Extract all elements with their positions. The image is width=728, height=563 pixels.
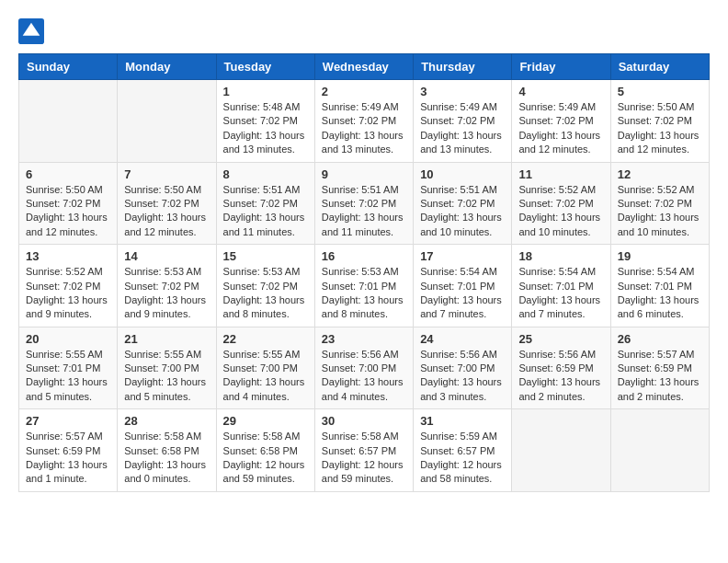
- day-info: Sunrise: 5:58 AMSunset: 6:58 PMDaylight:…: [223, 430, 308, 487]
- day-number: 7: [124, 167, 209, 181]
- day-number: 24: [420, 332, 505, 346]
- calendar-header-row: SundayMondayTuesdayWednesdayThursdayFrid…: [19, 54, 710, 80]
- calendar-table: SundayMondayTuesdayWednesdayThursdayFrid…: [18, 53, 710, 492]
- day-of-week-header: Friday: [512, 54, 610, 80]
- day-number: 21: [124, 332, 209, 346]
- logo-icon: [18, 18, 44, 44]
- day-number: 27: [26, 414, 110, 428]
- day-number: 22: [223, 332, 308, 346]
- day-of-week-header: Monday: [118, 54, 216, 80]
- calendar-week-row: 20Sunrise: 5:55 AMSunset: 7:01 PMDayligh…: [19, 327, 710, 409]
- day-info: Sunrise: 5:53 AMSunset: 7:01 PMDaylight:…: [322, 265, 406, 322]
- calendar-cell: [118, 80, 216, 163]
- day-info: Sunrise: 5:51 AMSunset: 7:02 PMDaylight:…: [223, 183, 308, 240]
- calendar-cell: 30Sunrise: 5:58 AMSunset: 6:57 PMDayligh…: [314, 409, 413, 492]
- day-info: Sunrise: 5:52 AMSunset: 7:02 PMDaylight:…: [26, 265, 110, 322]
- day-info: Sunrise: 5:49 AMSunset: 7:02 PMDaylight:…: [420, 100, 505, 157]
- day-number: 30: [322, 414, 406, 428]
- day-number: 28: [124, 414, 209, 428]
- day-number: 12: [618, 167, 702, 181]
- day-number: 20: [26, 332, 110, 346]
- calendar-cell: 8Sunrise: 5:51 AMSunset: 7:02 PMDaylight…: [216, 162, 314, 245]
- calendar-cell: 22Sunrise: 5:55 AMSunset: 7:00 PMDayligh…: [216, 327, 314, 409]
- calendar-cell: [19, 80, 118, 163]
- day-info: Sunrise: 5:50 AMSunset: 7:02 PMDaylight:…: [124, 183, 209, 240]
- day-number: 8: [223, 167, 308, 181]
- calendar-cell: 26Sunrise: 5:57 AMSunset: 6:59 PMDayligh…: [610, 327, 709, 409]
- day-of-week-header: Wednesday: [314, 54, 413, 80]
- calendar-cell: 18Sunrise: 5:54 AMSunset: 7:01 PMDayligh…: [512, 245, 610, 327]
- day-info: Sunrise: 5:53 AMSunset: 7:02 PMDaylight:…: [223, 265, 308, 322]
- calendar-cell: 14Sunrise: 5:53 AMSunset: 7:02 PMDayligh…: [118, 245, 216, 327]
- calendar-cell: 24Sunrise: 5:56 AMSunset: 7:00 PMDayligh…: [414, 327, 512, 409]
- day-number: 3: [420, 85, 505, 98]
- calendar-cell: 3Sunrise: 5:49 AMSunset: 7:02 PMDaylight…: [414, 80, 512, 163]
- day-number: 6: [26, 167, 110, 181]
- day-info: Sunrise: 5:53 AMSunset: 7:02 PMDaylight:…: [124, 265, 209, 322]
- calendar-week-row: 13Sunrise: 5:52 AMSunset: 7:02 PMDayligh…: [19, 245, 710, 327]
- day-info: Sunrise: 5:54 AMSunset: 7:01 PMDaylight:…: [420, 265, 505, 322]
- calendar-cell: 12Sunrise: 5:52 AMSunset: 7:02 PMDayligh…: [610, 162, 709, 245]
- day-info: Sunrise: 5:50 AMSunset: 7:02 PMDaylight:…: [26, 183, 110, 240]
- day-info: Sunrise: 5:56 AMSunset: 7:00 PMDaylight:…: [322, 348, 406, 405]
- day-number: 19: [618, 249, 702, 263]
- calendar-cell: 10Sunrise: 5:51 AMSunset: 7:02 PMDayligh…: [414, 162, 512, 245]
- calendar-cell: 31Sunrise: 5:59 AMSunset: 6:57 PMDayligh…: [414, 409, 512, 492]
- day-number: 15: [223, 249, 308, 263]
- calendar-cell: [512, 409, 610, 492]
- day-info: Sunrise: 5:49 AMSunset: 7:02 PMDaylight:…: [518, 100, 603, 157]
- calendar-cell: 11Sunrise: 5:52 AMSunset: 7:02 PMDayligh…: [512, 162, 610, 245]
- day-info: Sunrise: 5:50 AMSunset: 7:02 PMDaylight:…: [618, 100, 702, 157]
- calendar-week-row: 27Sunrise: 5:57 AMSunset: 6:59 PMDayligh…: [19, 409, 710, 492]
- calendar-cell: 5Sunrise: 5:50 AMSunset: 7:02 PMDaylight…: [610, 80, 709, 163]
- day-number: 16: [322, 249, 406, 263]
- calendar-cell: 27Sunrise: 5:57 AMSunset: 6:59 PMDayligh…: [19, 409, 118, 492]
- day-info: Sunrise: 5:54 AMSunset: 7:01 PMDaylight:…: [618, 265, 702, 322]
- calendar-cell: 20Sunrise: 5:55 AMSunset: 7:01 PMDayligh…: [19, 327, 118, 409]
- calendar-cell: 13Sunrise: 5:52 AMSunset: 7:02 PMDayligh…: [19, 245, 118, 327]
- calendar-cell: 21Sunrise: 5:55 AMSunset: 7:00 PMDayligh…: [118, 327, 216, 409]
- day-number: 23: [322, 332, 406, 346]
- day-number: 18: [518, 249, 603, 263]
- day-of-week-header: Thursday: [414, 54, 512, 80]
- calendar-week-row: 1Sunrise: 5:48 AMSunset: 7:02 PMDaylight…: [19, 80, 710, 163]
- day-info: Sunrise: 5:58 AMSunset: 6:57 PMDaylight:…: [322, 430, 406, 487]
- day-info: Sunrise: 5:56 AMSunset: 6:59 PMDaylight:…: [518, 348, 603, 405]
- day-info: Sunrise: 5:58 AMSunset: 6:58 PMDaylight:…: [124, 430, 209, 487]
- day-info: Sunrise: 5:57 AMSunset: 6:59 PMDaylight:…: [618, 348, 702, 405]
- calendar-cell: 9Sunrise: 5:51 AMSunset: 7:02 PMDaylight…: [314, 162, 413, 245]
- day-number: 4: [518, 85, 603, 98]
- day-info: Sunrise: 5:54 AMSunset: 7:01 PMDaylight:…: [518, 265, 603, 322]
- day-number: 11: [518, 167, 603, 181]
- calendar-cell: 1Sunrise: 5:48 AMSunset: 7:02 PMDaylight…: [216, 80, 314, 163]
- day-info: Sunrise: 5:52 AMSunset: 7:02 PMDaylight:…: [518, 183, 603, 240]
- calendar-cell: 4Sunrise: 5:49 AMSunset: 7:02 PMDaylight…: [512, 80, 610, 163]
- day-info: Sunrise: 5:48 AMSunset: 7:02 PMDaylight:…: [223, 100, 308, 157]
- calendar-cell: 23Sunrise: 5:56 AMSunset: 7:00 PMDayligh…: [314, 327, 413, 409]
- page-header: [18, 18, 710, 44]
- calendar-cell: 17Sunrise: 5:54 AMSunset: 7:01 PMDayligh…: [414, 245, 512, 327]
- calendar-cell: 25Sunrise: 5:56 AMSunset: 6:59 PMDayligh…: [512, 327, 610, 409]
- day-number: 26: [618, 332, 702, 346]
- day-number: 13: [26, 249, 110, 263]
- day-info: Sunrise: 5:59 AMSunset: 6:57 PMDaylight:…: [420, 430, 505, 487]
- day-number: 17: [420, 249, 505, 263]
- day-number: 2: [322, 85, 406, 98]
- calendar-cell: 29Sunrise: 5:58 AMSunset: 6:58 PMDayligh…: [216, 409, 314, 492]
- day-number: 14: [124, 249, 209, 263]
- day-number: 31: [420, 414, 505, 428]
- day-info: Sunrise: 5:55 AMSunset: 7:01 PMDaylight:…: [26, 348, 110, 405]
- day-info: Sunrise: 5:57 AMSunset: 6:59 PMDaylight:…: [26, 430, 110, 487]
- day-info: Sunrise: 5:51 AMSunset: 7:02 PMDaylight:…: [322, 183, 406, 240]
- day-number: 25: [518, 332, 603, 346]
- logo: [18, 18, 48, 44]
- day-number: 9: [322, 167, 406, 181]
- day-info: Sunrise: 5:52 AMSunset: 7:02 PMDaylight:…: [618, 183, 702, 240]
- day-info: Sunrise: 5:56 AMSunset: 7:00 PMDaylight:…: [420, 348, 505, 405]
- day-info: Sunrise: 5:51 AMSunset: 7:02 PMDaylight:…: [420, 183, 505, 240]
- day-number: 5: [618, 85, 702, 98]
- calendar-cell: 16Sunrise: 5:53 AMSunset: 7:01 PMDayligh…: [314, 245, 413, 327]
- calendar-cell: 6Sunrise: 5:50 AMSunset: 7:02 PMDaylight…: [19, 162, 118, 245]
- day-number: 10: [420, 167, 505, 181]
- calendar-cell: 28Sunrise: 5:58 AMSunset: 6:58 PMDayligh…: [118, 409, 216, 492]
